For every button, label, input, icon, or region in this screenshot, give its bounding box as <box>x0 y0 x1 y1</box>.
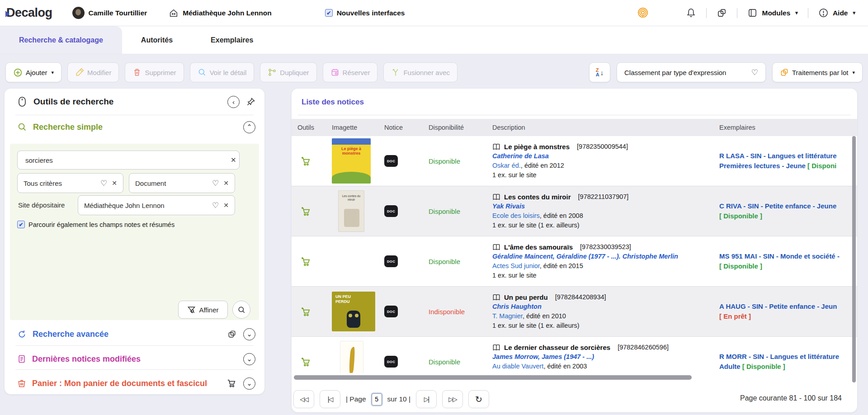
duplicate-button[interactable]: Dupliquer <box>260 62 316 82</box>
new-interfaces-toggle[interactable]: ✔ Nouvelles interfaces <box>325 9 405 17</box>
batch-processing-button[interactable]: Traitements par lot ▾ <box>772 62 863 82</box>
add-to-cart-icon[interactable] <box>301 357 311 367</box>
reserve-button[interactable]: Réserver <box>323 62 378 82</box>
add-to-cart-icon[interactable] <box>301 256 311 267</box>
add-to-cart-icon[interactable] <box>301 206 311 217</box>
radar-icon[interactable] <box>637 7 649 19</box>
record-holdings[interactable]: R LASA - SIN - Langues et littérature Pr… <box>719 151 857 171</box>
search-input[interactable] <box>17 151 240 170</box>
record-copies: 1 ex. sur le site (1 ex. ailleurs) <box>492 321 719 330</box>
favorite-heart-icon[interactable]: ♡ <box>100 179 107 188</box>
user-menu[interactable]: Camille Tourtillier <box>72 7 147 19</box>
record-title[interactable]: L'âme des samouraïs <box>504 242 573 252</box>
record-authors[interactable]: James Morrow, James (1947 - ...) <box>492 352 719 362</box>
record-publisher[interactable]: T. Magnier <box>492 312 523 320</box>
record-publisher[interactable]: Actes Sud junior <box>492 262 540 269</box>
links-icon[interactable] <box>717 8 727 18</box>
expand-section-icon[interactable]: ⌄ <box>243 377 255 390</box>
basket-section[interactable]: Panier : Mon panier de documents et fasc… <box>5 372 264 395</box>
delete-button[interactable]: Supprimer <box>125 62 184 82</box>
record-authors[interactable]: Géraldine Maincent, Géraldine (1977 - ..… <box>492 252 719 261</box>
tab-autorites[interactable]: Autorités <box>122 26 192 54</box>
record-isbn: [9782846260596] <box>618 343 669 352</box>
record-title[interactable]: Le dernier chasseur de sorcières <box>504 343 610 352</box>
favorite-heart-icon[interactable]: ♡ <box>212 179 219 188</box>
refine-button[interactable]: Affiner <box>178 301 228 319</box>
library-menu[interactable]: Médiathèque John Lennon <box>169 8 271 18</box>
tab-recherche-catalogage[interactable]: Recherche & catalogage <box>0 26 122 54</box>
record-holdings[interactable]: C RIVA - SIN - Petite enfance - Jeune [ … <box>719 201 857 221</box>
page-first-button[interactable]: |◁ <box>320 390 340 408</box>
page-number-input[interactable] <box>372 393 382 406</box>
favorite-heart-icon[interactable]: ♡ <box>751 68 758 77</box>
run-search-button[interactable] <box>232 301 250 319</box>
notifications-bell-icon[interactable] <box>686 8 696 18</box>
record-title[interactable]: Les contes du miroir <box>504 192 571 202</box>
help-menu[interactable]: Aide ▾ <box>818 8 855 18</box>
record-authors[interactable]: Catherine de Lasa <box>492 151 719 161</box>
book-cover[interactable]: Les contes du miroir <box>338 190 364 232</box>
table-row[interactable]: DOC Disponible L'âme des samouraïs [9782… <box>292 236 857 287</box>
page-next-button[interactable]: ▷| <box>416 390 437 408</box>
add-to-cart-icon[interactable] <box>301 307 311 317</box>
mouse-icon <box>17 96 27 107</box>
record-authors[interactable]: Yak Rivais <box>492 202 719 211</box>
record-holdings[interactable]: R MORR - SIN - Langues et littérature Ad… <box>719 352 857 372</box>
last-records-section[interactable]: Dernières notices modifiées ⌄ <box>5 347 264 371</box>
clear-site-icon[interactable]: ✕ <box>223 202 229 209</box>
criteria-dropdown[interactable]: Tous critères ♡ ✕ <box>17 173 123 193</box>
doctype-dropdown[interactable]: Document ♡ ✕ <box>129 173 235 193</box>
pin-icon[interactable] <box>246 97 255 106</box>
advanced-search-title: Recherche avancée <box>33 330 108 339</box>
add-button[interactable]: Ajouter ▾ <box>5 62 61 82</box>
page-forward-fast-button[interactable]: ▷▷ <box>442 390 463 408</box>
table-row[interactable]: Les contes du miroir DOC Disponible Les … <box>292 186 857 236</box>
clear-criteria-icon[interactable]: ✕ <box>112 179 117 187</box>
cycle-icon <box>17 330 27 339</box>
logo-accent <box>5 11 9 17</box>
record-publisher[interactable]: Au diable Vauvert <box>492 363 543 370</box>
book-cover[interactable]: UN PEU PERDU <box>332 292 375 331</box>
simple-search-section-header[interactable]: Recherche simple ⌃ <box>5 115 264 139</box>
record-title[interactable]: Un peu perdu <box>504 292 548 302</box>
modules-menu[interactable]: Modules ▾ <box>747 8 797 18</box>
horizontal-scrollbar[interactable] <box>294 375 692 380</box>
user-name: Camille Tourtillier <box>89 9 147 17</box>
record-publisher[interactable]: Oskar éd. <box>492 162 521 169</box>
collapse-panel-icon[interactable]: ‹ <box>227 96 240 108</box>
add-to-cart-icon[interactable] <box>301 156 311 166</box>
view-detail-button[interactable]: Voir le détail <box>190 62 255 82</box>
copy-icon[interactable] <box>227 330 236 339</box>
table-row[interactable]: DOC Disponible Le dernier chasseur de so… <box>292 337 857 373</box>
expand-section-icon[interactable]: ⌄ <box>243 328 255 340</box>
favorite-heart-icon[interactable]: ♡ <box>212 201 219 210</box>
collapse-section-icon[interactable]: ⌃ <box>243 121 255 133</box>
table-row[interactable]: UN PEU PERDU DOC Indisponible Un peu per… <box>292 287 857 337</box>
tab-exemplaires[interactable]: Exemplaires <box>192 26 272 54</box>
cart-icon[interactable] <box>226 378 236 388</box>
clear-search-icon[interactable]: ✕ <box>231 156 236 164</box>
record-authors[interactable]: Chris Haughton <box>492 302 719 311</box>
notes-checkbox[interactable]: ✔ <box>17 221 25 228</box>
book-cover[interactable] <box>340 341 363 373</box>
merge-button[interactable]: Fusionner avec <box>383 62 458 82</box>
edit-button[interactable]: Modifier <box>67 62 119 82</box>
table-row[interactable]: Le piège à monstres DOC Disponible Le pi… <box>292 136 857 186</box>
new-interfaces-checkbox[interactable]: ✔ <box>325 9 333 17</box>
vertical-scrollbar[interactable] <box>852 136 856 382</box>
site-dropdown[interactable]: Médiathèque John Lennon ♡ ✕ <box>78 195 235 215</box>
clear-doctype-icon[interactable]: ✕ <box>223 179 229 187</box>
sort-button[interactable]: Z A ↓ <box>589 62 610 82</box>
book-cover[interactable]: Le piège à monstres <box>332 138 371 184</box>
branch-icon <box>268 68 277 77</box>
expand-section-icon[interactable]: ⌄ <box>243 353 255 365</box>
advanced-search-section[interactable]: Recherche avancée ⌄ <box>5 322 264 346</box>
record-title[interactable]: Le piège à monstres <box>504 142 570 151</box>
record-publisher[interactable]: Ecole des loisirs <box>492 212 540 219</box>
page-back-fast-button[interactable]: ◁◁ <box>293 390 314 408</box>
refresh-list-button[interactable]: ↻ <box>468 390 489 408</box>
help-alert-icon <box>818 8 829 18</box>
classement-select[interactable]: Classement par type d'expression ♡ <box>617 62 766 82</box>
record-holdings[interactable]: MS 951 MAI - SIN - Monde et société - [ … <box>719 251 857 271</box>
record-holdings[interactable]: A HAUG - SIN - Petite enfance - Jeun [ E… <box>719 302 857 321</box>
